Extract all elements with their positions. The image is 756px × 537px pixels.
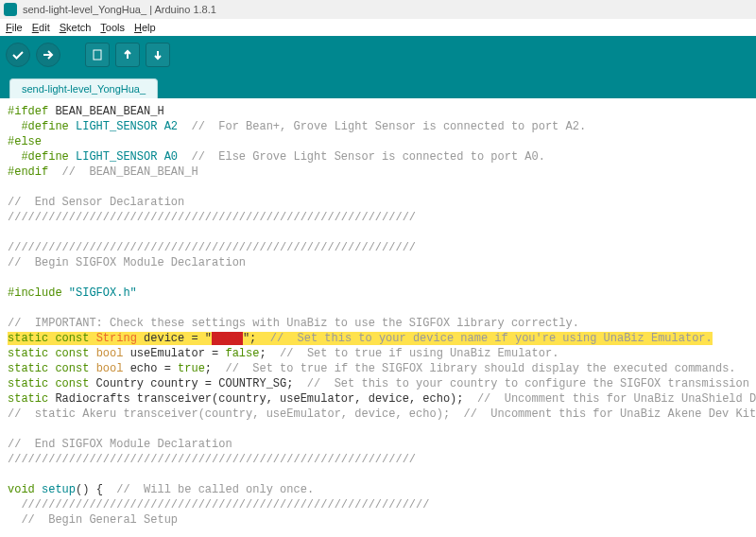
save-button[interactable] xyxy=(146,43,170,67)
upload-button[interactable] xyxy=(36,43,60,67)
tab-bar: send-light-level_YongHua_ xyxy=(0,74,756,98)
menu-tools[interactable]: Tools xyxy=(100,22,125,33)
tab-sketch[interactable]: send-light-level_YongHua_ xyxy=(9,78,158,98)
menu-sketch[interactable]: Sketch xyxy=(60,22,92,33)
menu-edit[interactable]: Edit xyxy=(32,22,50,33)
down-arrow-icon xyxy=(151,48,164,61)
toolbar xyxy=(0,36,756,74)
window-titlebar: send-light-level_YongHua_ | Arduino 1.8.… xyxy=(0,0,756,19)
check-icon xyxy=(11,48,25,61)
menu-bar: File Edit Sketch Tools Help xyxy=(0,19,756,36)
window-title: send-light-level_YongHua_ | Arduino 1.8.… xyxy=(23,4,216,15)
arrow-right-icon xyxy=(42,48,55,61)
svg-rect-0 xyxy=(94,50,101,60)
new-button[interactable] xyxy=(85,43,110,67)
arduino-app-icon xyxy=(4,3,17,16)
file-icon xyxy=(91,48,104,61)
verify-button[interactable] xyxy=(6,43,30,67)
redacted-device-name: XXXX xyxy=(212,332,243,345)
menu-file[interactable]: File xyxy=(6,22,23,33)
menu-help[interactable]: Help xyxy=(134,22,156,33)
open-button[interactable] xyxy=(115,43,140,67)
code-editor[interactable]: #ifdef BEAN_BEAN_BEAN_H #define LIGHT_SE… xyxy=(0,98,756,537)
tab-label: send-light-level_YongHua_ xyxy=(22,83,146,95)
up-arrow-icon xyxy=(121,48,134,61)
